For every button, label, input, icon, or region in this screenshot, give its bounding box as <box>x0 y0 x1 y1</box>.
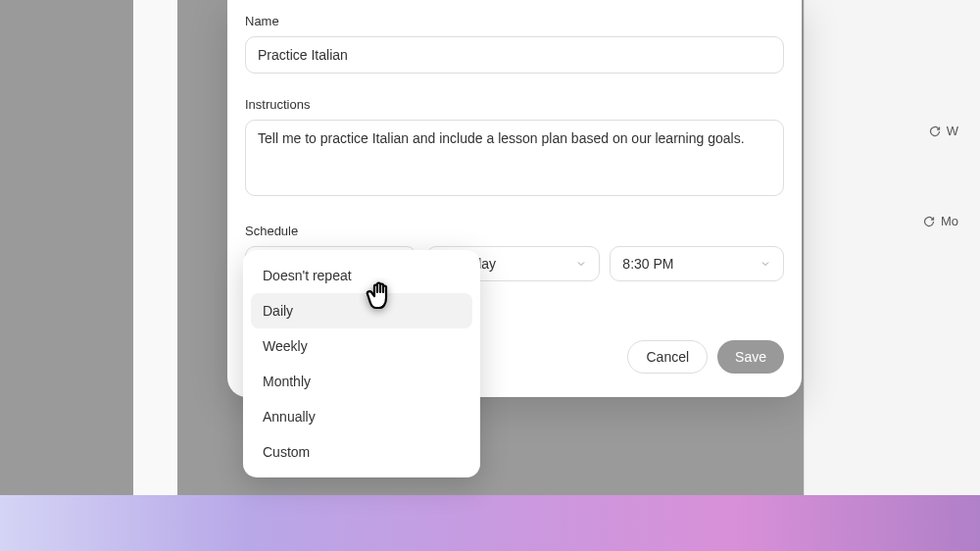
save-button[interactable]: Save <box>717 340 784 374</box>
name-input[interactable] <box>245 36 784 74</box>
background-left-panel <box>133 0 177 495</box>
background-schedule-item: Mo <box>911 206 970 236</box>
instructions-label: Instructions <box>245 97 784 112</box>
dock-gradient-bar <box>0 495 980 551</box>
background-schedule-item: W <box>917 116 970 146</box>
background-right-panel: W Mo <box>804 0 980 495</box>
time-select[interactable]: 8:30 PM <box>610 246 784 281</box>
background-item-text: W <box>947 124 958 138</box>
chevron-down-icon <box>760 258 771 270</box>
schedule-label: Schedule <box>245 224 784 238</box>
time-value: 8:30 PM <box>622 256 673 272</box>
chevron-down-icon <box>575 258 587 270</box>
dropdown-option-monthly[interactable]: Monthly <box>251 364 472 399</box>
refresh-icon <box>929 125 941 137</box>
cancel-button[interactable]: Cancel <box>627 340 708 374</box>
frequency-dropdown-menu: Doesn't repeat Daily Weekly Monthly Annu… <box>243 250 480 477</box>
name-label: Name <box>245 14 784 28</box>
dropdown-option-annually[interactable]: Annually <box>251 399 472 434</box>
instructions-textarea[interactable]: Tell me to practice Italian and include … <box>245 120 784 196</box>
dropdown-option-weekly[interactable]: Weekly <box>251 328 472 364</box>
refresh-icon <box>923 216 935 227</box>
dropdown-option-doesnt-repeat[interactable]: Doesn't repeat <box>251 258 472 293</box>
dropdown-option-daily[interactable]: Daily <box>251 293 472 328</box>
background-item-text: Mo <box>941 214 958 228</box>
dropdown-option-custom[interactable]: Custom <box>251 434 472 470</box>
